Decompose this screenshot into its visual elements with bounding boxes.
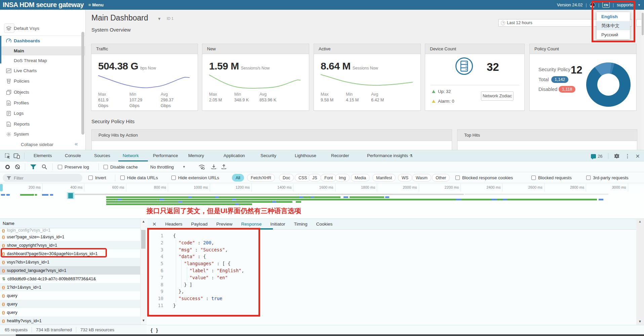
card-new: New 1.59 MSessions/s Now Max2.05 MMin348… [202,44,309,111]
filter-pill-wasm[interactable]: Wasm [412,174,431,182]
card-new-title: New [202,44,309,54]
invert-checkbox[interactable]: Invert [88,173,106,183]
network-zodiac-button[interactable]: Network Zodiac [481,91,514,101]
name-column-header[interactable]: Name [0,219,147,228]
devtools-tab-lighthouse[interactable]: Lighthouse [295,153,316,158]
request-row[interactable]: {}vsys?ids=1&vsys_id=1 [0,258,140,266]
request-row[interactable]: {}1?id=1&vsys_id=1 [0,283,140,291]
devtools-close-icon[interactable]: ✕ [636,153,640,159]
timeline-handle[interactable] [0,184,3,191]
collapse-sidebar-button[interactable]: Collapse sidebar « [0,140,86,149]
filter-pill-js[interactable]: JS [309,174,321,182]
filter-pill-ws[interactable]: WS [398,174,412,182]
filter-pill-media[interactable]: Media [351,174,370,182]
device-toolbar-icon[interactable] [13,153,20,159]
devtools-tab-elements[interactable]: Elements [34,153,52,158]
sidebar-item-logs[interactable]: Logs [0,109,86,118]
sidebar-item-main[interactable]: Main [0,46,86,55]
sidebar-item-dashboards[interactable]: Dashboards [0,36,86,45]
devtools-tab-performance-insights[interactable]: Performance insights ⚗ [367,153,413,158]
filter-pill-all[interactable]: All [232,174,244,182]
devtools-tab-memory[interactable]: Memory [188,153,204,158]
devtools-tab-network[interactable]: Network [123,153,139,158]
timeline-ruler: 200 ms400 ms600 ms800 ms1000 ms1200 ms14… [0,184,644,192]
throttling-select[interactable]: No throttling▼ [150,162,186,172]
settings-gear-icon[interactable] [614,153,620,159]
import-har-icon[interactable] [211,162,216,172]
sidebar-scrollbar[interactable] [81,32,84,135]
filter-pill-other[interactable]: Other [432,174,450,182]
close-detail-icon[interactable]: ✕ [152,221,157,227]
search-icon[interactable] [42,162,47,172]
devtools-tab-application[interactable]: Application [224,153,245,158]
filter-pill-doc[interactable]: Doc [279,174,294,182]
preserve-log-checkbox[interactable]: Preserve log [58,162,89,172]
sidebar-item-policies[interactable]: Policies [0,77,86,86]
hide-extension-urls-checkbox[interactable]: Hide extension URLs [171,173,219,183]
disable-cache-checkbox[interactable]: Disable cache [104,162,138,172]
filter-pill-manifest[interactable]: Manifest [372,174,396,182]
record-button[interactable] [5,162,10,172]
report-icon [6,122,11,127]
up-triangle-icon [432,90,435,93]
stat-avg: Avg298.37Gbps [161,92,192,109]
detail-tab-headers[interactable]: Headers [165,222,183,227]
card-active: Active 8.64 MSessions Now Max9.58 MMin4.… [314,44,421,111]
panel-policy-hits: Policy Hits by Action [91,129,452,150]
request-row[interactable]: {}healthy?vsys_id=1 [0,317,140,325]
detail-tab-preview[interactable]: Preview [216,222,232,227]
hamburger-icon: ≡ [88,2,92,7]
sidebar-item-live-charts[interactable]: Live Charts [0,66,86,75]
detail-tab-initiator[interactable]: Initiator [270,222,285,227]
response-pane: ✕ HeadersPayloadPreviewResponseInitiator… [147,219,644,336]
checkbox-blocked-requests[interactable]: Blocked requests [531,173,572,183]
filter-pill-font[interactable]: Font [321,174,336,182]
devtools-tab-sources[interactable]: Sources [94,153,110,158]
devtools-tab-console[interactable]: Console [65,153,81,158]
request-row[interactable]: {}query [0,300,140,308]
clear-button[interactable] [15,162,20,172]
toolbar-button[interactable] [636,19,641,27]
detail-tab-payload[interactable]: Payload [191,222,208,227]
sidebar-item-default-vsys[interactable]: Default Vsys [0,24,86,33]
filter-pill-img[interactable]: Img [335,174,350,182]
more-options-icon[interactable]: ⋮ [625,153,630,159]
detail-tab-timing[interactable]: Timing [294,222,308,227]
request-row[interactable]: {}query [0,308,140,317]
request-row[interactable]: {}query [0,291,140,300]
devtools-tab-recorder[interactable]: Recorder [331,153,349,158]
scroll-up-icon: ▲ [638,220,642,223]
chevron-down-icon[interactable]: ▼ [157,16,161,21]
hide-data-urls-checkbox[interactable]: Hide data URLs [120,173,158,183]
request-row[interactable]: {}supported_language?vsys_id=1 [0,266,140,275]
scroll-down-icon: ▼ [142,319,145,322]
devtools-tab-security[interactable]: Security [260,153,276,158]
checkbox-3rd-party-requests[interactable]: 3rd-party requests [586,173,629,183]
export-har-icon[interactable] [221,162,227,172]
sidebar-item-system[interactable]: System [0,130,86,139]
detail-tab-response[interactable]: Response [241,222,261,227]
menu-button[interactable]: ≡ Menu [88,2,104,7]
inspect-icon[interactable] [5,153,11,159]
checkbox-blocked-response-cookies[interactable]: Blocked response cookies [455,173,513,183]
xhr-icon: {} [2,229,5,233]
sidebar-item-objects[interactable]: Objects [0,88,86,97]
waterfall-overview[interactable] [0,192,644,219]
format-json-icon[interactable]: { } [151,327,159,333]
sidebar-item-profiles[interactable]: Profiles [0,98,86,107]
filter-toggle-icon[interactable] [30,162,36,172]
request-row[interactable]: {}user?page_size=-1&vsys_id=1 [0,233,140,241]
filter-pill-fetch-xhr[interactable]: Fetch/XHR [247,174,275,182]
sidebar-item-dos-threat-map[interactable]: DoS Threat Map [0,56,86,65]
request-row[interactable]: ⇅c89dd6d9-c3dd-4c19-a07c-809b8697f736&41… [0,275,140,283]
console-badge[interactable]: 26 [591,154,602,159]
network-conditions-icon[interactable] [198,162,205,172]
version-label: Version 24.02 [557,3,582,7]
devtools-tab-performance[interactable]: Performance [153,153,178,158]
policy-donut-chart [586,62,631,107]
response-scrollbar[interactable]: ▲ ▼ [636,219,644,325]
detail-tab-cookies[interactable]: Cookies [316,222,333,227]
request-row[interactable]: {}login_config?vsys_id=1 [0,228,140,233]
filter-input[interactable]: Filter [3,174,82,182]
sidebar-item-reports[interactable]: Reports [0,119,86,129]
